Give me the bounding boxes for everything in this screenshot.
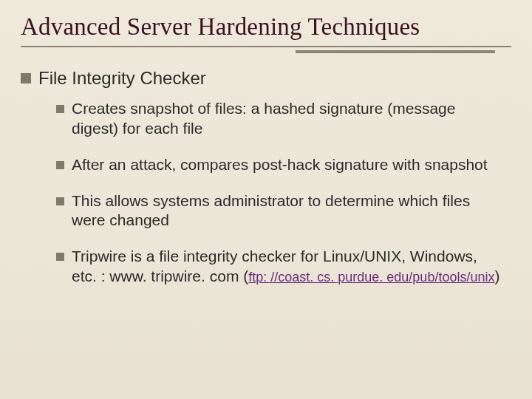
square-bullet-icon [21,73,31,83]
bullet-text: This allows systems administrator to det… [72,191,511,231]
close-paren: ) [494,267,499,284]
slide-body: File Integrity Checker Creates snapshot … [21,68,511,287]
slide-title: Advanced Server Hardening Techniques [21,13,511,41]
slide: Advanced Server Hardening Techniques Fil… [0,0,532,399]
bullet-level2-tripwire: Tripwire is a file integrity checker for… [56,247,511,287]
bullet-text: After an attack, compares post-hack sign… [72,155,511,175]
square-bullet-icon [56,105,64,113]
bullet-text: Creates snapshot of files: a hashed sign… [72,99,511,139]
square-bullet-icon [56,253,64,261]
square-bullet-icon [56,161,64,169]
title-rule-thick [296,50,495,53]
square-bullet-icon [56,197,64,205]
title-block: Advanced Server Hardening Techniques [21,13,511,58]
bullet-level2-group: Creates snapshot of files: a hashed sign… [56,99,511,287]
title-rule-thin [21,46,511,47]
bullet-level2: Creates snapshot of files: a hashed sign… [56,99,511,139]
bullet-level1: File Integrity Checker [21,68,511,89]
bullet-text: Tripwire is a file integrity checker for… [72,247,511,287]
tripwire-ref-link[interactable]: ftp: //coast. cs. purdue. edu/pub/tools/… [248,270,494,284]
topic-text: File Integrity Checker [38,68,206,89]
bullet-level2: After an attack, compares post-hack sign… [56,155,511,175]
bullet-level2: This allows systems administrator to det… [56,191,511,231]
